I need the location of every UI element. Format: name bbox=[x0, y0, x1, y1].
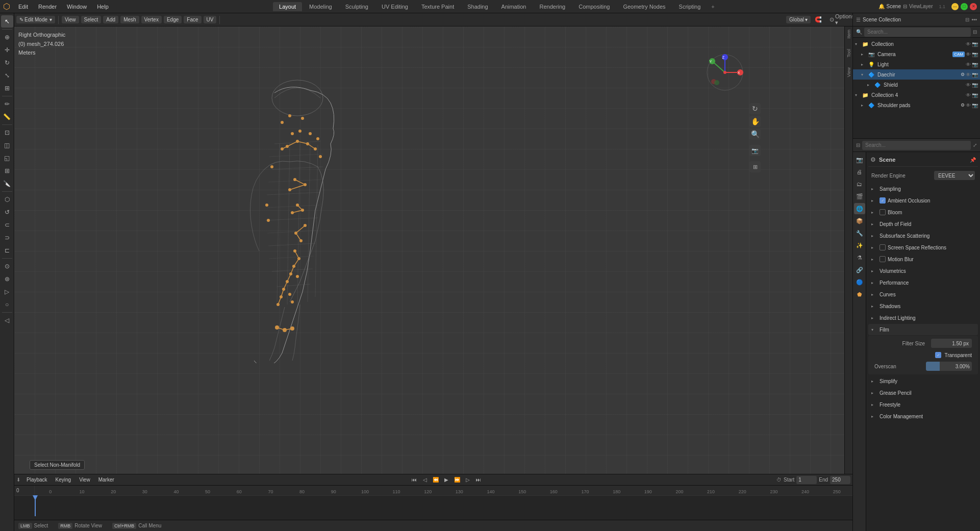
section-shadows[interactable]: ▸ Shadows bbox=[868, 300, 978, 312]
move-tool[interactable]: ✛ bbox=[1, 44, 13, 56]
collection-vis-eye[interactable]: 👁 bbox=[966, 41, 971, 47]
outliner-collection[interactable]: ▾ 📁 Collection 👁 📷 bbox=[853, 39, 980, 49]
next-frame-btn[interactable]: ▷ bbox=[463, 475, 472, 485]
tool-tab[interactable]: Tool bbox=[846, 49, 851, 58]
ssr-checkbox[interactable] bbox=[880, 244, 886, 250]
start-frame-input[interactable] bbox=[796, 476, 817, 484]
render-engine-select[interactable]: EEVEE Cycles Workbench bbox=[934, 171, 975, 180]
view-tab[interactable]: View bbox=[846, 67, 851, 77]
prev-keyframe-btn[interactable]: ⏪ bbox=[431, 475, 440, 485]
transform-tool[interactable]: ⊞ bbox=[1, 82, 13, 94]
section-film[interactable]: ▾ Film bbox=[868, 324, 978, 335]
outliner-shield[interactable]: ▸ 🔷 Shield 👁 📷 bbox=[853, 80, 980, 90]
measure-tool[interactable]: 📏 bbox=[1, 111, 13, 123]
outliner-shoulder-pads[interactable]: ▸ 🔷 Shoulder pads ⚙ 👁 📷 bbox=[853, 100, 980, 110]
outliner-camera[interactable]: ▸ 📷 Camera CAM 👁 📷 bbox=[853, 49, 980, 59]
rip-tool[interactable]: ◁ bbox=[1, 314, 13, 326]
transparent-checkbox[interactable]: ✓ bbox=[935, 352, 941, 358]
menu-edit[interactable]: Edit bbox=[14, 3, 32, 11]
menu-render[interactable]: Render bbox=[34, 3, 61, 11]
tab-texture-paint[interactable]: Texture Paint bbox=[415, 2, 460, 11]
tab-animation[interactable]: Animation bbox=[495, 2, 533, 11]
prop-icon-particles[interactable]: ✨ bbox=[854, 240, 865, 251]
annotate-tool[interactable]: ✏ bbox=[1, 98, 13, 110]
ao-checkbox[interactable]: ✓ bbox=[880, 197, 886, 204]
mesh-menu[interactable]: Mesh bbox=[120, 16, 139, 23]
shield-vis-render[interactable]: 📷 bbox=[972, 82, 978, 88]
scene-pin-icon[interactable]: 📌 bbox=[970, 157, 976, 163]
light-vis-render[interactable]: 📷 bbox=[972, 62, 978, 67]
next-keyframe-btn[interactable]: ⏩ bbox=[453, 475, 462, 485]
section-freestyle[interactable]: ▸ Freestyle bbox=[868, 399, 978, 410]
viewport-gizmo[interactable]: X Y Z bbox=[705, 52, 745, 94]
play-btn[interactable]: ▶ bbox=[442, 475, 451, 485]
prop-icon-object[interactable]: 📦 bbox=[854, 215, 865, 226]
tab-shading[interactable]: Shading bbox=[461, 2, 494, 11]
outliner-light[interactable]: ▸ 💡 Light 👁 📷 bbox=[853, 59, 980, 69]
outliner-filter-icon[interactable]: ⊟ bbox=[965, 17, 969, 22]
shrink-fatten-tool[interactable]: ⊙ bbox=[1, 260, 13, 272]
tab-layout[interactable]: Layout bbox=[273, 2, 302, 11]
collection4-vis-eye[interactable]: 👁 bbox=[966, 92, 971, 98]
camera-vis-eye[interactable]: 👁 bbox=[966, 52, 971, 57]
to-sphere-tool[interactable]: ○ bbox=[1, 298, 13, 311]
menu-help[interactable]: Help bbox=[93, 3, 113, 11]
prop-icon-scene[interactable]: 🎬 bbox=[854, 191, 865, 202]
prop-icon-physics[interactable]: ⚗ bbox=[854, 252, 865, 263]
section-bloom[interactable]: ▸ Bloom bbox=[868, 207, 978, 218]
rotate-tool[interactable]: ↻ bbox=[1, 57, 13, 69]
outliner-daechir[interactable]: ▾ 🔷 Daechir ⚙ 👁 📷 bbox=[853, 69, 980, 80]
bloom-checkbox[interactable] bbox=[880, 209, 886, 215]
prop-icon-render[interactable]: 📷 bbox=[854, 154, 865, 165]
prop-icon-view-layer[interactable]: 🗂 bbox=[854, 179, 865, 190]
viewport-pan-icon[interactable]: ✋ bbox=[749, 116, 761, 127]
section-indirect-lighting[interactable]: ▸ Indirect Lighting bbox=[868, 312, 978, 323]
timeline-track[interactable] bbox=[14, 496, 852, 516]
outliner-dots-icon[interactable]: ••• bbox=[971, 17, 977, 22]
maximize-button[interactable]: □ bbox=[961, 3, 968, 10]
face-menu[interactable]: Face bbox=[184, 16, 201, 23]
prev-frame-btn[interactable]: ◁ bbox=[420, 475, 430, 485]
shoulder-vis-render[interactable]: 📷 bbox=[972, 103, 978, 108]
section-ambient-occlusion[interactable]: ▸ ✓ Ambient Occlusion bbox=[868, 195, 978, 206]
jump-start-btn[interactable]: ⏮ bbox=[410, 475, 419, 485]
snap-magnet-icon[interactable]: 🧲 bbox=[813, 14, 824, 26]
section-curves[interactable]: ▸ Curves bbox=[868, 289, 978, 300]
uv-menu[interactable]: UV bbox=[204, 16, 217, 23]
section-sampling[interactable]: ▸ Sampling bbox=[868, 183, 978, 194]
tab-rendering[interactable]: Rendering bbox=[533, 2, 571, 11]
tab-scripting[interactable]: Scripting bbox=[673, 2, 707, 11]
outliner-search-input[interactable] bbox=[864, 28, 971, 37]
prop-icon-material[interactable]: ⬟ bbox=[854, 289, 865, 300]
poly-build-tool[interactable]: ⬡ bbox=[1, 193, 13, 206]
minimize-button[interactable]: — bbox=[951, 3, 959, 10]
collection4-vis-render[interactable]: 📷 bbox=[972, 92, 978, 98]
add-tab-button[interactable]: + bbox=[708, 2, 718, 12]
prop-icon-constraints[interactable]: 🔗 bbox=[854, 264, 865, 275]
outliner-collection4[interactable]: ▾ 📁 Collection 4 👁 📷 bbox=[853, 90, 980, 100]
menu-window[interactable]: Window bbox=[63, 3, 91, 11]
section-simplify[interactable]: ▸ Simplify bbox=[868, 375, 978, 387]
prop-icon-world[interactable]: 🌐 bbox=[854, 203, 865, 214]
camera-vis-render[interactable]: 📷 bbox=[972, 52, 978, 57]
section-sss[interactable]: ▸ Subsurface Scattering bbox=[868, 230, 978, 241]
push-pull-tool[interactable]: ⊛ bbox=[1, 273, 13, 285]
jump-end-btn[interactable]: ⏭ bbox=[474, 475, 483, 485]
section-performance[interactable]: ▸ Performance bbox=[868, 277, 978, 288]
tab-modeling[interactable]: Modeling bbox=[303, 2, 338, 11]
section-dof[interactable]: ▸ Depth of Field bbox=[868, 218, 978, 230]
viewport-grid-icon[interactable]: ⊞ bbox=[749, 161, 761, 172]
prop-icon-output[interactable]: 🖨 bbox=[854, 166, 865, 178]
collection-vis-render[interactable]: 📷 bbox=[972, 41, 978, 47]
viewport[interactable]: Right Orthographic (0) mesh_274.026 Mete… bbox=[14, 27, 852, 474]
extrude-tool[interactable]: ⊡ bbox=[1, 127, 13, 139]
props-expand-icon[interactable]: ⤢ bbox=[973, 142, 977, 148]
mode-selector[interactable]: ✎ Edit Mode ▾ bbox=[16, 16, 55, 23]
section-ssr[interactable]: ▸ Screen Space Reflections bbox=[868, 242, 978, 253]
daechir-vis-render[interactable]: 📷 bbox=[972, 72, 978, 78]
prop-icon-data[interactable]: 🔵 bbox=[854, 276, 865, 288]
options-dropdown[interactable]: Options ▾ bbox=[839, 14, 850, 26]
spin-tool[interactable]: ↺ bbox=[1, 206, 13, 218]
smooth-tool[interactable]: ⊂ bbox=[1, 219, 13, 231]
add-menu[interactable]: Add bbox=[103, 16, 118, 23]
